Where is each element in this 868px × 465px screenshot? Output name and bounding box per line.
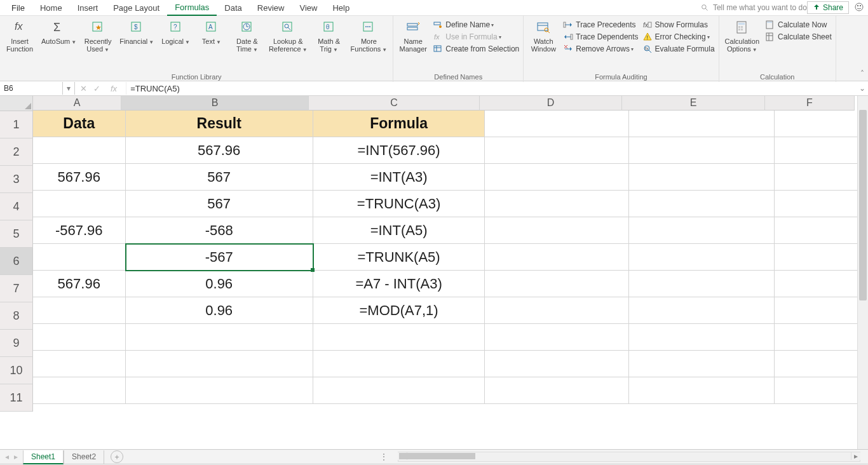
horizontal-scrollbar[interactable]: ◂ ▸ <box>398 452 860 462</box>
formula-input[interactable]: =TRUNC(A5) <box>126 84 857 93</box>
cell-F10[interactable] <box>775 351 868 377</box>
share-button[interactable]: Share <box>807 1 849 14</box>
menu-tab-insert[interactable]: Insert <box>70 1 106 15</box>
column-header-C[interactable]: C <box>309 96 480 111</box>
cell-E9[interactable] <box>629 324 774 351</box>
menu-tab-review[interactable]: Review <box>250 1 292 15</box>
cell-D8[interactable] <box>485 297 629 324</box>
autosum-button[interactable]: ΣAutoSum▼ <box>39 17 78 48</box>
cell-F6[interactable] <box>775 244 868 271</box>
cell-E6[interactable] <box>629 244 774 271</box>
cell-C4[interactable]: =TRUNC(A3) <box>313 191 485 217</box>
watch-window-button[interactable]: Watch Window <box>527 17 559 54</box>
row-header-4[interactable]: 4 <box>0 193 33 220</box>
cell-A3[interactable]: 567.96 <box>33 164 126 191</box>
menu-tab-home[interactable]: Home <box>32 1 70 15</box>
cell-E3[interactable] <box>629 164 774 191</box>
row-header-11[interactable]: 11 <box>0 384 33 412</box>
cell-A7[interactable]: 567.96 <box>33 271 126 297</box>
cell-B5[interactable]: -568 <box>126 217 313 244</box>
cell-A5[interactable]: -567.96 <box>33 217 126 244</box>
tell-me-search[interactable]: Tell me what you want to do <box>701 3 807 12</box>
cell-B9[interactable] <box>126 324 313 351</box>
cell-F8[interactable] <box>775 297 868 324</box>
cell-E5[interactable] <box>629 217 774 244</box>
cell-E1[interactable] <box>629 111 774 137</box>
cell-C7[interactable]: =A7 - INT(A3) <box>313 271 485 297</box>
define-name-button[interactable]: Define Name ▾ <box>433 20 519 30</box>
name-box[interactable]: B6 <box>0 82 63 95</box>
cell-D9[interactable] <box>485 324 629 351</box>
column-header-E[interactable]: E <box>622 96 765 111</box>
cell-C8[interactable]: =MOD(A7,1) <box>313 297 485 324</box>
cell-A9[interactable] <box>33 324 126 351</box>
collapse-ribbon[interactable]: ˄ <box>860 69 864 78</box>
calculate-now-button[interactable]: Calculate Now <box>765 20 832 30</box>
cell-C9[interactable] <box>313 324 485 351</box>
calculate-sheet-button[interactable]: Calculate Sheet <box>765 32 832 42</box>
cell-C6[interactable]: =TRUNK(A5) <box>313 244 485 271</box>
vertical-scrollbar[interactable] <box>857 96 868 449</box>
cell-B10[interactable] <box>126 351 313 377</box>
date-time-button[interactable]: Date & Time▼ <box>231 17 263 55</box>
financial-button[interactable]: $Financial▼ <box>118 17 156 48</box>
recently-used-button[interactable]: ★Recently Used▼ <box>82 17 114 55</box>
cell-E7[interactable] <box>629 271 774 297</box>
scroll-right-arrow[interactable]: ▸ <box>851 452 860 460</box>
create-from-selection-button[interactable]: Create from Selection <box>433 44 519 54</box>
row-header-7[interactable]: 7 <box>0 275 33 302</box>
cell-D7[interactable] <box>485 271 629 297</box>
cell-A2[interactable] <box>33 137 126 164</box>
cell-C2[interactable]: =INT(567.96) <box>313 137 485 164</box>
lookup-reference-button[interactable]: Lookup & Reference▼ <box>267 17 309 55</box>
sheet-tab-sheet2[interactable]: Sheet2 <box>64 450 104 464</box>
cell-B8[interactable]: 0.96 <box>126 297 313 324</box>
row-header-2[interactable]: 2 <box>0 138 33 166</box>
remove-arrows-button[interactable]: Remove Arrows ▾ <box>563 44 638 54</box>
column-header-B[interactable]: B <box>121 96 309 111</box>
text-button[interactable]: AText▼ <box>196 17 227 48</box>
insert-function-button[interactable]: fxInsert Function <box>4 17 36 54</box>
sheet-nav[interactable]: ◂▸ <box>0 452 23 461</box>
math-trig-button[interactable]: θMath & Trig▼ <box>313 17 345 55</box>
cell-A11[interactable] <box>33 377 126 404</box>
row-header-6[interactable]: 6 <box>0 248 33 275</box>
select-all-corner[interactable] <box>0 96 33 111</box>
cell-C11[interactable] <box>313 377 485 404</box>
menu-tab-formulas[interactable]: Formulas <box>167 0 217 16</box>
cell-B4[interactable]: 567 <box>126 191 313 217</box>
cell-E11[interactable] <box>629 377 774 404</box>
cell-E8[interactable] <box>629 297 774 324</box>
row-header-9[interactable]: 9 <box>0 330 33 357</box>
horizontal-scroll-thumb[interactable] <box>399 453 475 459</box>
cell-F7[interactable] <box>775 271 868 297</box>
name-manager-button[interactable]: Name Manager <box>397 17 429 54</box>
cell-E4[interactable] <box>629 191 774 217</box>
menu-tab-help[interactable]: Help <box>325 1 357 15</box>
cell-C3[interactable]: =INT(A3) <box>313 164 485 191</box>
cell-C5[interactable]: =INT(A5) <box>313 217 485 244</box>
cell-C10[interactable] <box>313 351 485 377</box>
evaluate-formula-button[interactable]: fxEvaluate Formula <box>642 44 715 54</box>
cell-D5[interactable] <box>485 217 629 244</box>
cell-D2[interactable] <box>485 137 629 164</box>
cell-D10[interactable] <box>485 351 629 377</box>
row-header-5[interactable]: 5 <box>0 220 33 248</box>
cell-D11[interactable] <box>485 377 629 404</box>
trace-precedents-button[interactable]: Trace Precedents <box>563 20 638 30</box>
cell-A10[interactable] <box>33 351 126 377</box>
cell-D3[interactable] <box>485 164 629 191</box>
logical-button[interactable]: ?Logical▼ <box>159 17 192 48</box>
cancel-formula-icon[interactable]: ✕ <box>80 84 87 93</box>
row-header-8[interactable]: 8 <box>0 302 33 330</box>
cell-A6[interactable] <box>33 244 126 271</box>
error-checking-button[interactable]: !Error Checking ▾ <box>642 32 715 42</box>
cell-D6[interactable] <box>485 244 629 271</box>
cell-B11[interactable] <box>126 377 313 404</box>
vertical-scroll-thumb[interactable] <box>859 110 867 300</box>
cell-B7[interactable]: 0.96 <box>126 271 313 297</box>
add-sheet-button[interactable]: ＋ <box>111 450 123 463</box>
feedback-button[interactable] <box>854 2 864 14</box>
name-box-dropdown[interactable]: ▾ <box>63 82 75 95</box>
cell-C1[interactable]: Formula <box>313 111 485 137</box>
